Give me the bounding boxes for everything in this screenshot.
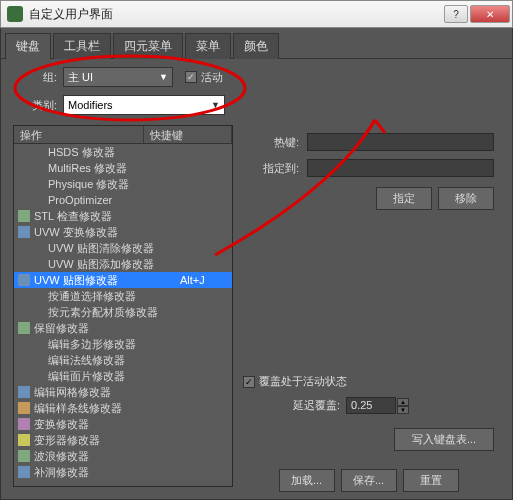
- item-icon: [18, 418, 30, 430]
- app-icon: [7, 6, 23, 22]
- remove-button[interactable]: 移除: [438, 187, 494, 210]
- item-text: 保留修改器: [34, 321, 180, 336]
- item-icon: [18, 434, 30, 446]
- col-shortcut[interactable]: 快捷键: [144, 126, 232, 143]
- group-label: 组:: [11, 70, 57, 85]
- override-label: 覆盖处于活动状态: [259, 374, 347, 389]
- item-text: UVW 贴图清除修改器: [48, 241, 180, 256]
- item-icon: [18, 386, 30, 398]
- list-item[interactable]: 波浪修改器: [14, 448, 232, 464]
- list-item[interactable]: ProOptimizer: [14, 192, 232, 208]
- spin-up-icon[interactable]: ▲: [397, 398, 409, 406]
- group-value: 主 UI: [68, 70, 93, 85]
- item-text: 编辑面片修改器: [48, 369, 180, 384]
- item-text: Physique 修改器: [48, 177, 180, 192]
- chevron-down-icon: ▼: [159, 72, 168, 82]
- item-text: 编辑多边形修改器: [48, 337, 180, 352]
- category-value: Modifiers: [68, 99, 113, 111]
- item-text: 变换修改器: [34, 417, 180, 432]
- item-text: 补洞修改器: [34, 465, 180, 480]
- list-item[interactable]: 编辑样条线修改器: [14, 400, 232, 416]
- item-text: 编辑网格修改器: [34, 385, 180, 400]
- list-item[interactable]: HSDS 修改器: [14, 144, 232, 160]
- item-text: 按元素分配材质修改器: [48, 305, 180, 320]
- item-icon: [18, 402, 30, 414]
- item-text: 按通道选择修改器: [48, 289, 180, 304]
- item-icon: [18, 466, 30, 478]
- group-combo[interactable]: 主 UI ▼: [63, 67, 173, 87]
- chevron-down-icon: ▼: [211, 100, 220, 110]
- spin-down-icon[interactable]: ▼: [397, 406, 409, 414]
- write-keyboard-button[interactable]: 写入键盘表...: [394, 428, 494, 451]
- titlebar: 自定义用户界面 ? ✕: [0, 0, 513, 28]
- item-text: ProOptimizer: [48, 194, 180, 206]
- item-icon: [18, 226, 30, 238]
- list-item[interactable]: UVW 变换修改器: [14, 224, 232, 240]
- delay-label: 延迟覆盖:: [293, 398, 340, 413]
- list-item[interactable]: 编辑多边形修改器: [14, 336, 232, 352]
- item-text: MultiRes 修改器: [48, 161, 180, 176]
- list-item[interactable]: Physique 修改器: [14, 176, 232, 192]
- list-item[interactable]: MultiRes 修改器: [14, 160, 232, 176]
- delay-spinner[interactable]: 0.25 ▲ ▼: [346, 397, 409, 414]
- item-icon: [18, 274, 30, 286]
- reset-button[interactable]: 重置: [403, 469, 459, 492]
- category-label: 类别:: [11, 98, 57, 113]
- list-item[interactable]: UVW 贴图添加修改器: [14, 256, 232, 272]
- tab-toolbar[interactable]: 工具栏: [53, 33, 111, 59]
- list-item[interactable]: 变形器修改器: [14, 432, 232, 448]
- item-text: 变形器修改器: [34, 433, 180, 448]
- window-title: 自定义用户界面: [29, 6, 444, 23]
- item-icon: [18, 450, 30, 462]
- list-item[interactable]: 编辑面片修改器: [14, 368, 232, 384]
- item-text: 编辑法线修改器: [48, 353, 180, 368]
- tab-menu[interactable]: 菜单: [185, 33, 231, 59]
- action-list: 操作 快捷键 HSDS 修改器MultiRes 修改器Physique 修改器P…: [13, 125, 233, 487]
- item-icon: [18, 210, 30, 222]
- col-action[interactable]: 操作: [14, 126, 144, 143]
- hotkey-label: 热键:: [243, 135, 299, 150]
- category-combo[interactable]: Modifiers ▼: [63, 95, 225, 115]
- load-button[interactable]: 加载...: [279, 469, 335, 492]
- list-item[interactable]: UVW 贴图修改器Alt+J: [14, 272, 232, 288]
- list-item[interactable]: UVW 贴图清除修改器: [14, 240, 232, 256]
- assignto-input[interactable]: [307, 159, 494, 177]
- close-button[interactable]: ✕: [470, 5, 510, 23]
- list-item[interactable]: 编辑网格修改器: [14, 384, 232, 400]
- item-text: UVW 贴图修改器: [34, 273, 180, 288]
- list-item[interactable]: STL 检查修改器: [14, 208, 232, 224]
- tab-color[interactable]: 颜色: [233, 33, 279, 59]
- assignto-label: 指定到:: [243, 161, 299, 176]
- list-item[interactable]: 变换修改器: [14, 416, 232, 432]
- list-item[interactable]: 编辑法线修改器: [14, 352, 232, 368]
- active-label: 活动: [201, 70, 223, 85]
- tab-strip: 键盘 工具栏 四元菜单 菜单 颜色: [1, 28, 512, 59]
- item-text: 编辑样条线修改器: [34, 401, 180, 416]
- item-shortcut: Alt+J: [180, 274, 230, 286]
- assign-button[interactable]: 指定: [376, 187, 432, 210]
- list-item[interactable]: 按通道选择修改器: [14, 288, 232, 304]
- item-text: UVW 贴图添加修改器: [48, 257, 180, 272]
- active-checkbox[interactable]: ✓: [185, 71, 197, 83]
- list-header: 操作 快捷键: [14, 126, 232, 144]
- hotkey-input[interactable]: [307, 133, 494, 151]
- override-checkbox[interactable]: ✓: [243, 376, 255, 388]
- tab-quadmenu[interactable]: 四元菜单: [113, 33, 183, 59]
- help-button[interactable]: ?: [444, 5, 468, 23]
- list-item[interactable]: 按元素分配材质修改器: [14, 304, 232, 320]
- tab-keyboard[interactable]: 键盘: [5, 33, 51, 60]
- item-icon: [18, 322, 30, 334]
- list-body[interactable]: HSDS 修改器MultiRes 修改器Physique 修改器ProOptim…: [14, 144, 232, 487]
- save-button[interactable]: 保存...: [341, 469, 397, 492]
- list-item[interactable]: 保留修改器: [14, 320, 232, 336]
- item-text: STL 检查修改器: [34, 209, 180, 224]
- item-text: HSDS 修改器: [48, 145, 180, 160]
- delay-value[interactable]: 0.25: [346, 397, 396, 414]
- item-text: 波浪修改器: [34, 449, 180, 464]
- list-item[interactable]: 补洞修改器: [14, 464, 232, 480]
- item-text: UVW 变换修改器: [34, 225, 180, 240]
